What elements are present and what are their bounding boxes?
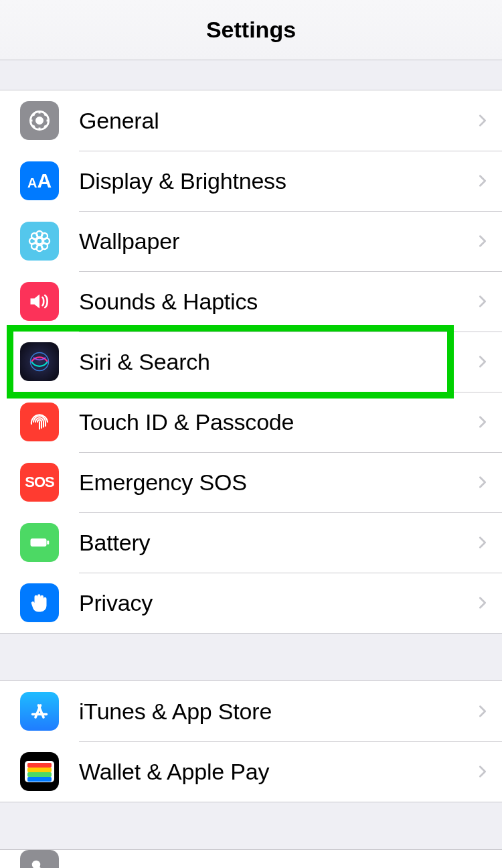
section-gap [0, 60, 502, 90]
chevron-right-icon [475, 294, 490, 309]
svg-point-11 [31, 353, 49, 371]
chevron-right-icon [475, 704, 490, 719]
key-icon [20, 850, 59, 868]
row-battery[interactable]: Battery [0, 512, 502, 573]
row-label: Privacy [79, 590, 475, 616]
row-label: Siri & Search [79, 349, 475, 375]
row-label: Display & Brightness [79, 168, 475, 194]
row-privacy[interactable]: Privacy [0, 573, 502, 633]
row-label: Wallpaper [79, 228, 475, 255]
row-wallet-applepay[interactable]: Wallet & Apple Pay [0, 741, 502, 802]
settings-section-device: General AA Display & Brightness Wallpape… [0, 90, 502, 634]
flower-icon [20, 222, 59, 261]
row-partial[interactable] [0, 850, 502, 868]
row-label: Battery [79, 530, 475, 556]
row-label: General [79, 108, 475, 134]
gear-icon [20, 101, 59, 140]
chevron-right-icon [475, 354, 490, 369]
siri-icon [20, 342, 59, 381]
row-label: Emergency SOS [79, 469, 475, 496]
section-gap [0, 802, 502, 849]
svg-point-1 [37, 118, 43, 124]
row-label: Wallet & Apple Pay [79, 759, 475, 785]
header: Settings [0, 0, 502, 60]
battery-icon [20, 523, 59, 562]
row-sounds-haptics[interactable]: Sounds & Haptics [0, 271, 502, 332]
chevron-right-icon [475, 764, 490, 779]
chevron-right-icon [475, 113, 490, 128]
svg-rect-12 [31, 538, 47, 547]
row-label: Touch ID & Passcode [79, 409, 475, 435]
row-label: iTunes & App Store [79, 699, 475, 725]
chevron-right-icon [475, 535, 490, 550]
svg-rect-13 [47, 540, 49, 545]
chevron-right-icon [475, 234, 490, 248]
chevron-right-icon [475, 415, 490, 429]
row-general[interactable]: General [0, 90, 502, 151]
row-display-brightness[interactable]: AA Display & Brightness [0, 151, 502, 211]
aa-icon: AA [20, 161, 59, 200]
settings-section-accounts [0, 849, 502, 868]
sos-icon: SOS [20, 463, 59, 502]
svg-point-2 [37, 238, 43, 244]
settings-section-store: iTunes & App Store Wallet & Apple Pay [0, 680, 502, 802]
speaker-icon [20, 282, 59, 321]
hand-icon [20, 583, 59, 622]
row-siri-search[interactable]: Siri & Search [0, 332, 502, 392]
fingerprint-icon [20, 403, 59, 441]
row-itunes-appstore[interactable]: iTunes & App Store [0, 681, 502, 741]
section-gap [0, 634, 502, 680]
row-label: Sounds & Haptics [79, 289, 475, 315]
page-title: Settings [206, 17, 296, 43]
row-emergency-sos[interactable]: SOS Emergency SOS [0, 452, 502, 512]
row-wallpaper[interactable]: Wallpaper [0, 211, 502, 271]
chevron-right-icon [475, 475, 490, 490]
chevron-right-icon [475, 173, 490, 188]
row-touchid-passcode[interactable]: Touch ID & Passcode [0, 392, 502, 452]
wallet-icon [20, 752, 59, 791]
appstore-icon [20, 692, 59, 731]
chevron-right-icon [475, 595, 490, 610]
